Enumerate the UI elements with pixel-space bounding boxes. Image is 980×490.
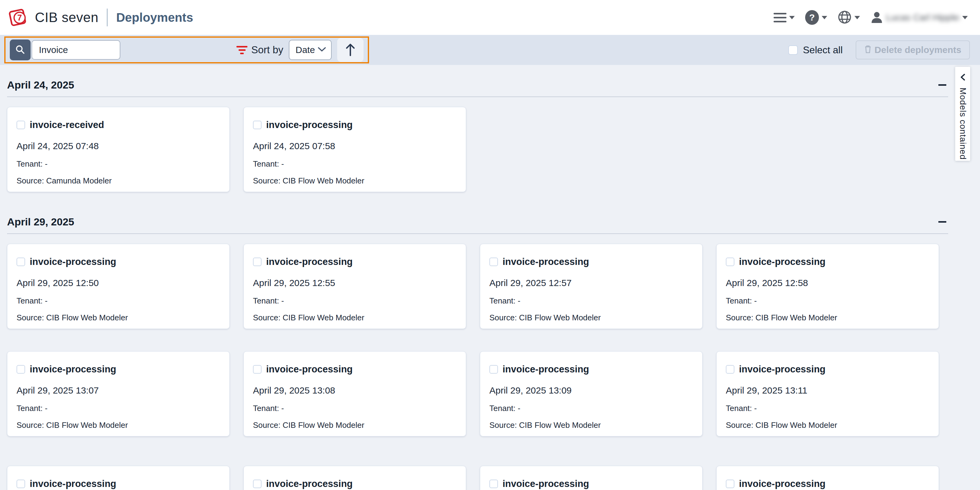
collapse-group-button[interactable] [934, 80, 946, 90]
deployment-source: Source: CIB Flow Web Modeler [489, 420, 702, 430]
deployment-title: invoice-processing [503, 478, 589, 489]
deployment-card[interactable]: invoice-processing April 29, 2025 13:07 … [7, 351, 230, 436]
deployment-title: invoice-processing [30, 364, 116, 375]
deployment-checkbox[interactable] [253, 365, 261, 374]
deployment-checkbox[interactable] [16, 258, 25, 266]
brand-name: CIB seven [35, 10, 98, 25]
language-menu-button[interactable] [838, 10, 860, 25]
deployment-checkbox[interactable] [726, 365, 734, 374]
deployment-datetime: April 29, 2025 13:08 [253, 385, 466, 396]
user-name: Lucas Carl Hippler [886, 12, 959, 23]
deployment-card[interactable]: invoice-processing April 29, 2025 12:58 … [716, 244, 939, 329]
deployment-card[interactable]: invoice-processing April 24, 2025 07:58 … [243, 107, 466, 192]
collapse-group-button[interactable] [934, 217, 946, 227]
card-header: invoice-processing [16, 256, 229, 267]
card-header: invoice-processing [726, 478, 939, 489]
deployment-tenant: Tenant: - [16, 296, 229, 305]
group-divider [7, 233, 948, 234]
deployment-card[interactable]: invoice-processing April 29, 2025 12:55 … [243, 244, 466, 329]
deployment-title: invoice-processing [739, 478, 826, 489]
deployment-checkbox[interactable] [726, 258, 734, 266]
deployment-card[interactable]: invoice-received April 24, 2025 07:48 Te… [7, 107, 230, 192]
user-menu-button[interactable]: Lucas Carl Hippler [870, 11, 968, 24]
deployment-checkbox[interactable] [489, 480, 498, 488]
deployment-tenant: Tenant: - [726, 404, 939, 413]
deployment-checkbox[interactable] [726, 480, 734, 488]
select-all-checkbox[interactable] [788, 45, 798, 55]
deployment-checkbox[interactable] [16, 121, 25, 129]
deployment-title: invoice-processing [266, 478, 353, 489]
trash-icon [864, 45, 872, 56]
search-button[interactable] [10, 40, 30, 60]
card-row: invoice-processing invoice-processing in… [7, 466, 948, 490]
deployment-title: invoice-processing [266, 119, 353, 130]
minus-icon [939, 84, 946, 86]
card-header: invoice-processing [253, 256, 466, 267]
deployment-card[interactable]: invoice-processing April 29, 2025 13:11 … [716, 351, 939, 436]
deployment-source: Source: CIB Flow Web Modeler [253, 313, 466, 323]
deployment-checkbox[interactable] [489, 258, 498, 266]
group-header: April 24, 2025 [7, 78, 948, 92]
deployment-source: Source: Camunda Modeler [16, 176, 229, 186]
deployment-card[interactable]: invoice-processing April 29, 2025 12:50 … [7, 244, 230, 329]
deployment-card[interactable]: invoice-processing [480, 466, 703, 490]
deployment-date-group: April 24, 2025 invoice-received April 24… [7, 78, 948, 192]
card-header: invoice-processing [726, 256, 939, 267]
sort-by-label: Sort by [251, 44, 283, 56]
deployment-checkbox[interactable] [253, 121, 261, 129]
caret-down-icon [854, 16, 860, 19]
arrow-up-icon [345, 43, 356, 57]
deployment-tenant: Tenant: - [726, 296, 939, 305]
deployment-source: Source: CIB Flow Web Modeler [253, 176, 466, 186]
deployment-title: invoice-processing [30, 478, 116, 489]
models-contained-tab[interactable]: Models contained [955, 67, 970, 161]
deployment-datetime: April 29, 2025 12:50 [16, 278, 229, 288]
deployment-checkbox[interactable] [489, 365, 498, 374]
deployment-datetime: April 24, 2025 07:58 [253, 141, 466, 151]
header-divider [107, 9, 108, 26]
brand-logo-link[interactable]: 7 CIB seven [9, 7, 98, 27]
person-icon [870, 11, 883, 24]
chevron-left-icon [959, 73, 966, 82]
card-header: invoice-processing [253, 364, 466, 375]
deployment-source: Source: CIB Flow Web Modeler [253, 420, 466, 430]
delete-deployments-button[interactable]: Delete deployments [856, 40, 970, 59]
deployment-date-group: April 29, 2025 invoice-processing April … [7, 215, 948, 490]
caret-down-icon [789, 16, 795, 19]
card-row: invoice-received April 24, 2025 07:48 Te… [7, 107, 948, 192]
card-header: invoice-processing [489, 478, 702, 489]
deployment-card[interactable]: invoice-processing [243, 466, 466, 490]
models-contained-label: Models contained [958, 88, 968, 159]
deployment-datetime: April 29, 2025 13:11 [726, 385, 939, 396]
hamburger-icon [773, 13, 786, 22]
deployment-card[interactable]: invoice-processing [716, 466, 939, 490]
group-date-heading: April 24, 2025 [7, 78, 948, 92]
sort-direction-button[interactable] [337, 38, 364, 62]
deployment-source: Source: CIB Flow Web Modeler [489, 313, 702, 323]
deployment-checkbox[interactable] [16, 480, 25, 488]
deployment-card[interactable]: invoice-processing April 29, 2025 12:57 … [480, 244, 703, 329]
deployment-card[interactable]: invoice-processing April 29, 2025 13:08 … [243, 351, 466, 436]
minus-icon [939, 221, 946, 223]
deployment-title: invoice-processing [266, 364, 353, 375]
deployment-datetime: April 29, 2025 12:55 [253, 278, 466, 288]
deployment-card[interactable]: invoice-processing [7, 466, 230, 490]
deployment-datetime: April 29, 2025 13:07 [16, 385, 229, 396]
deployment-checkbox[interactable] [253, 480, 261, 488]
sort-field-select[interactable]: Date [289, 40, 332, 60]
search-input[interactable] [32, 40, 120, 60]
main-menu-button[interactable] [773, 13, 795, 22]
deployment-title: invoice-processing [30, 256, 116, 267]
header-actions: ? Lucas Carl Hippler [773, 0, 968, 35]
help-menu-button[interactable]: ? [805, 10, 827, 25]
select-all-label: Select all [803, 45, 843, 56]
app-header: 7 CIB seven Deployments ? [0, 0, 980, 35]
deployment-datetime: April 24, 2025 07:48 [16, 141, 229, 151]
card-row: invoice-processing April 29, 2025 12:50 … [7, 244, 948, 329]
deployment-tenant: Tenant: - [253, 159, 466, 169]
card-header: invoice-processing [16, 364, 229, 375]
deployment-checkbox[interactable] [16, 365, 25, 374]
deployment-checkbox[interactable] [253, 258, 261, 266]
deployment-title: invoice-processing [503, 364, 589, 375]
deployment-card[interactable]: invoice-processing April 29, 2025 13:09 … [480, 351, 703, 436]
